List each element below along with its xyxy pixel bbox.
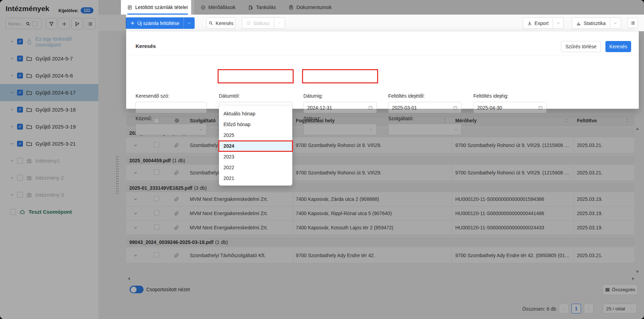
chevron-down-icon[interactable]	[10, 125, 14, 129]
next-page-button[interactable]	[584, 304, 594, 313]
period-option[interactable]: 2023	[219, 151, 292, 162]
chevron-down-icon[interactable]	[10, 40, 14, 43]
period-option[interactable]: 2021	[219, 173, 292, 183]
tree-checkbox[interactable]	[17, 175, 23, 181]
chevron-down-icon[interactable]	[10, 193, 14, 197]
paperclip-icon[interactable]	[174, 143, 179, 148]
tree-checkbox[interactable]	[17, 107, 23, 113]
row-expand-icon[interactable]	[133, 226, 138, 230]
statistics-button[interactable]: Statisztika	[572, 17, 610, 29]
tab-meter-readings[interactable]: Mérőállások	[194, 0, 242, 15]
calendar-icon[interactable]	[453, 105, 458, 110]
upload-to-input[interactable]: 2025-04-30	[473, 102, 547, 113]
row-checkbox[interactable]	[154, 196, 159, 201]
tree-checkbox[interactable]	[17, 56, 23, 62]
tree-item-folder[interactable]: Gyűjtő 2025-3-21	[0, 135, 98, 152]
tree-checkbox[interactable]	[17, 158, 23, 164]
tree-checkbox[interactable]	[17, 73, 23, 79]
paperclip-icon[interactable]	[174, 170, 179, 175]
upload-from-input[interactable]: 2025-03-01	[388, 102, 462, 113]
page-number-button[interactable]: 1	[571, 304, 581, 313]
row-checkbox[interactable]	[154, 210, 159, 215]
tab-documents[interactable]: Dokumentumok	[282, 0, 338, 15]
hierarchy-button[interactable]	[71, 18, 83, 30]
page-size-select[interactable]: 25 / oldal	[603, 304, 637, 313]
list-view-button[interactable]	[84, 18, 96, 30]
row-checkbox[interactable]	[154, 224, 159, 230]
period-option-selected[interactable]: 2024	[219, 140, 292, 151]
tree-item-folder[interactable]: Gyűjtő 2024-5-7	[0, 50, 98, 67]
table-row[interactable]: MVM Next Energiakereskedelmi Zrt. 7400 K…	[126, 192, 634, 206]
table-row[interactable]: MVM Next Energiakereskedelmi Zrt. 7400 K…	[126, 221, 634, 235]
tree-item-deletable-node[interactable]: Ez egy törlendő csomópont	[0, 33, 98, 50]
chevron-down-icon[interactable]	[10, 108, 14, 112]
tab-invoices[interactable]: Letöltött számlák tételei	[121, 0, 194, 15]
paperclip-icon[interactable]	[174, 253, 179, 258]
chevron-down-icon[interactable]	[10, 57, 14, 60]
upload-invoice-button[interactable]: Új számla feltöltése	[126, 17, 184, 29]
tree-checkbox[interactable]	[17, 39, 23, 44]
table-row[interactable]: Szombathelyi Távhőszolgáltató Kft. 9700 …	[126, 165, 634, 181]
clear-filters-button[interactable]: Szűrés törlése	[561, 41, 601, 52]
row-checkbox[interactable]	[154, 252, 159, 257]
paperclip-icon[interactable]	[174, 211, 179, 216]
sort-icon[interactable]	[565, 118, 568, 123]
period-option[interactable]: 2025	[219, 130, 292, 140]
statistics-dropdown-button[interactable]	[610, 17, 621, 29]
table-row[interactable]: MVM Next Energiakereskedelmi Zrt. 7400 K…	[126, 206, 634, 221]
keyword-input[interactable]	[136, 102, 207, 113]
export-button[interactable]: Export	[523, 17, 553, 29]
grouped-view-toggle[interactable]	[130, 286, 144, 293]
chevron-down-icon[interactable]	[10, 142, 14, 146]
status-filter-select[interactable]	[303, 124, 377, 135]
scroll-up-icon[interactable]	[636, 127, 639, 130]
sort-icon[interactable]	[626, 118, 629, 123]
date-to-input[interactable]: 2024-12-31	[303, 102, 377, 113]
select-all-checkbox[interactable]	[154, 118, 159, 123]
tree-item-folder[interactable]: Gyűjtő 2025-3-19	[0, 118, 98, 135]
row-checkbox[interactable]	[154, 142, 159, 147]
column-header-meter[interactable]: Mérőhely	[455, 118, 476, 123]
tree-item-folder-selected[interactable]: Gyűjtő 2024-6-17	[0, 84, 98, 101]
row-expand-icon[interactable]	[133, 143, 138, 147]
column-settings-button[interactable]	[627, 18, 638, 28]
scroll-down-icon[interactable]	[636, 270, 639, 273]
sidebar-search-input[interactable]: Keres...	[6, 18, 42, 29]
apply-search-button[interactable]: Keresés	[605, 41, 631, 52]
sidebar-search-checkbox[interactable]	[32, 21, 37, 26]
paperclip-icon[interactable]	[174, 197, 179, 202]
tree-item-institution[interactable]: Intézmény 2	[0, 169, 98, 186]
upload-invoice-dropdown-button[interactable]	[184, 17, 195, 29]
prev-page-button[interactable]	[559, 304, 569, 313]
tree-checkbox[interactable]	[17, 192, 23, 198]
provider-filter-select[interactable]	[388, 124, 462, 135]
row-expand-icon[interactable]	[133, 253, 138, 257]
period-option[interactable]: Aktuális hónap	[219, 108, 292, 119]
tree-item-folder[interactable]: Gyűjtő 2024-5-8	[0, 67, 98, 84]
status-dropdown-button[interactable]	[274, 17, 285, 29]
sort-icon[interactable]	[443, 118, 447, 123]
column-header-provider[interactable]: Szolgáltató	[190, 118, 216, 123]
chevron-down-icon[interactable]	[10, 159, 14, 163]
export-dropdown-button[interactable]	[553, 17, 564, 29]
period-option[interactable]: Előző hónap	[219, 119, 292, 130]
row-expand-icon[interactable]	[133, 197, 138, 201]
summary-button[interactable]: Összegzés	[602, 284, 638, 295]
calendar-icon[interactable]	[538, 105, 543, 110]
gear-icon[interactable]	[174, 118, 180, 123]
add-node-button[interactable]	[58, 18, 70, 30]
tree-item-institution[interactable]: Intézmény 3	[0, 186, 98, 203]
scroll-left-icon[interactable]	[127, 277, 130, 280]
tree-checkbox[interactable]	[17, 141, 23, 147]
table-row[interactable]: Szombathelyi Távhőszolgáltató Kft. 9700 …	[126, 247, 634, 263]
row-expand-icon[interactable]	[133, 211, 138, 215]
column-header-uploaded[interactable]: Feltöltve	[577, 118, 597, 123]
row-expand-icon[interactable]	[133, 171, 138, 175]
chevron-down-icon[interactable]	[10, 74, 14, 77]
row-checkbox[interactable]	[154, 170, 159, 175]
tree-item-institution[interactable]: Intémény1	[0, 152, 98, 169]
tree-item-folder[interactable]: Gyűjtő 2025-3-18	[0, 101, 98, 118]
panel-splitter-handle[interactable]	[116, 156, 119, 195]
period-option[interactable]: 2022	[219, 162, 292, 173]
status-button[interactable]: Státusz	[242, 17, 274, 29]
